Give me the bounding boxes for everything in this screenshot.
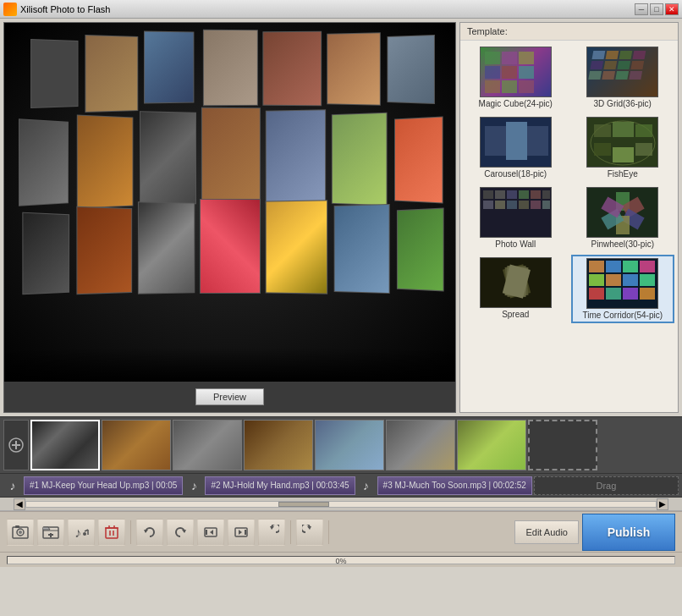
scroll-left-btn[interactable]: ◀ xyxy=(14,498,25,510)
svg-rect-43 xyxy=(519,201,529,209)
svg-rect-6 xyxy=(485,80,500,93)
separator-1 xyxy=(130,520,131,544)
template-item-magic-cube[interactable]: Magic Cube(24-pic) xyxy=(464,44,568,111)
svg-rect-60 xyxy=(606,261,621,272)
template-scroll-area[interactable]: Magic Cube(24-pic) xyxy=(460,41,678,412)
svg-rect-68 xyxy=(606,288,621,300)
close-button[interactable]: ✕ xyxy=(665,3,679,15)
template-thumb-spread xyxy=(480,257,552,308)
svg-rect-17 xyxy=(589,71,602,80)
svg-rect-10 xyxy=(606,51,619,59)
svg-rect-41 xyxy=(495,201,505,209)
template-item-fisheye[interactable]: FishEye xyxy=(571,114,675,181)
bottom-toolbar: ♪ xyxy=(0,511,682,552)
rotate-left-tool-btn[interactable] xyxy=(258,519,285,546)
template-label-carousel: Carousel(18-pic) xyxy=(484,169,547,179)
app-icon xyxy=(3,3,17,16)
thumb-add-empty[interactable] xyxy=(528,420,597,470)
thumb-3[interactable] xyxy=(173,420,242,470)
preview-button-row: Preview xyxy=(4,382,455,412)
main-container: Preview Template: xyxy=(0,19,682,616)
top-section: Preview Template: xyxy=(0,19,682,416)
separator-3 xyxy=(328,520,329,544)
publish-button[interactable]: Publish xyxy=(582,514,675,551)
svg-rect-39 xyxy=(542,190,550,199)
add-folder-tool-btn[interactable] xyxy=(37,519,64,546)
horizontal-scroll-strip[interactable]: ◀ ▶ xyxy=(0,498,682,511)
template-thumb-magic-cube xyxy=(480,47,552,97)
svg-rect-31 xyxy=(613,147,634,162)
minimize-button[interactable]: ─ xyxy=(635,3,648,15)
svg-rect-24 xyxy=(527,126,548,156)
template-label-3dgrid: 3D Grid(36-pic) xyxy=(594,99,652,108)
svg-rect-28 xyxy=(613,122,634,137)
audio-note-icon-3: ♪ xyxy=(357,476,376,495)
audio-note-icon-2: ♪ xyxy=(184,476,203,495)
audio-track-2[interactable]: #2 MJ-Hold My Hand.mp3 | 00:03:45 xyxy=(205,476,355,495)
svg-rect-19 xyxy=(616,71,630,80)
template-thumb-pinwheel xyxy=(586,187,658,238)
svg-rect-85 xyxy=(106,528,118,538)
delete-tool-btn[interactable] xyxy=(98,519,125,546)
preview-area: Preview xyxy=(3,22,456,413)
svg-rect-59 xyxy=(589,261,604,272)
scroll-right-btn[interactable]: ▶ xyxy=(657,498,668,510)
svg-rect-18 xyxy=(602,71,616,80)
svg-rect-7 xyxy=(502,80,517,93)
horizontal-scrollbar-track[interactable] xyxy=(25,501,657,508)
template-item-spread[interactable]: Spread xyxy=(464,255,568,323)
add-music-tool-btn[interactable]: ♪ xyxy=(68,519,95,546)
svg-rect-22 xyxy=(485,126,506,156)
rotate-right-tool-btn[interactable] xyxy=(296,519,323,546)
template-item-carousel[interactable]: Carousel(18-pic) xyxy=(464,114,568,181)
audio-track-3[interactable]: #3 MJ-Much Too Soon.mp3 | 00:02:52 xyxy=(377,476,532,495)
horizontal-scrollbar-thumb[interactable] xyxy=(278,502,329,507)
template-item-3dgrid[interactable]: 3D Grid(36-pic) xyxy=(571,44,675,111)
title-bar: Xilisoft Photo to Flash ─ □ ✕ xyxy=(0,0,682,19)
template-header: Template: xyxy=(460,23,678,41)
separator-2 xyxy=(290,520,291,544)
audio-strip: ♪ #1 MJ-Keep Your Head Up.mp3 | 00:05 ♪ … xyxy=(0,474,682,498)
svg-rect-12 xyxy=(633,51,646,59)
undo-tool-btn[interactable] xyxy=(136,519,163,546)
svg-rect-38 xyxy=(531,190,541,199)
svg-marker-97 xyxy=(239,530,242,535)
template-item-photo-wall[interactable]: Photo Wall xyxy=(464,184,568,251)
svg-rect-63 xyxy=(589,274,604,286)
svg-marker-100 xyxy=(307,526,311,530)
svg-rect-77 xyxy=(15,525,19,528)
svg-rect-61 xyxy=(623,261,638,272)
thumb-5[interactable] xyxy=(315,420,384,470)
thumb-4[interactable] xyxy=(244,420,313,470)
template-item-pinwheel[interactable]: Pinwheel(30-pic) xyxy=(571,184,675,251)
preview-button[interactable]: Preview xyxy=(195,388,264,405)
svg-marker-92 xyxy=(182,530,186,533)
thumb-7[interactable] xyxy=(457,420,526,470)
svg-rect-11 xyxy=(619,51,633,59)
thumb-6[interactable] xyxy=(386,420,455,470)
thumb-1[interactable] xyxy=(30,420,100,470)
redo-tool-btn[interactable] xyxy=(167,519,194,546)
maximize-button[interactable]: □ xyxy=(650,3,663,15)
template-panel: Template: xyxy=(459,22,679,413)
svg-rect-45 xyxy=(542,201,550,209)
svg-point-76 xyxy=(19,531,22,534)
template-item-time-corridor[interactable]: Time Corridor(54-pic) xyxy=(571,255,675,323)
svg-rect-62 xyxy=(640,261,655,272)
svg-rect-16 xyxy=(631,61,645,69)
photo-wall-display xyxy=(4,23,455,382)
svg-rect-32 xyxy=(635,143,652,156)
template-label-magic-cube: Magic Cube(24-pic) xyxy=(479,99,553,108)
thumb-2[interactable] xyxy=(102,420,171,470)
add-photo-button[interactable] xyxy=(3,420,29,470)
edit-audio-button[interactable]: Edit Audio xyxy=(514,520,579,544)
svg-rect-23 xyxy=(506,122,527,160)
move-left-tool-btn[interactable] xyxy=(197,519,224,546)
audio-drag-area[interactable]: Drag xyxy=(534,476,679,495)
progress-track: 0% xyxy=(7,556,675,564)
audio-track-1[interactable]: #1 MJ-Keep Your Head Up.mp3 | 00:05 xyxy=(24,476,183,495)
svg-rect-40 xyxy=(483,201,493,209)
move-right-tool-btn[interactable] xyxy=(228,519,255,546)
add-photo-tool-btn[interactable] xyxy=(7,519,34,546)
svg-rect-29 xyxy=(635,124,652,137)
